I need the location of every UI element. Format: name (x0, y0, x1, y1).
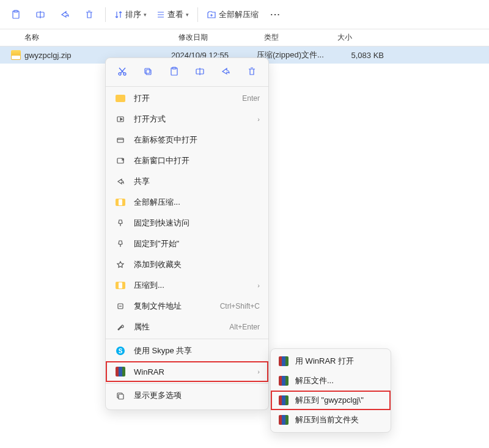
winrar-submenu: 用 WinRAR 打开 解压文件... 解压到 "gwyzpclgj\" 解压到… (270, 348, 391, 433)
view-icon (156, 10, 165, 19)
separator (105, 7, 106, 22)
context-menu: 打开 Enter 打开方式 › 在新标签页中打开 在新窗口中打开 共享 全部解压… (105, 57, 269, 410)
sort-icon (114, 10, 123, 19)
separator (106, 86, 268, 87)
copy-path-icon (114, 302, 127, 310)
svg-rect-15 (119, 394, 123, 399)
share-icon (114, 177, 127, 186)
tab-icon (114, 136, 127, 144)
separator (106, 339, 268, 339)
extract-icon (207, 10, 216, 20)
zip-file-icon (11, 50, 21, 60)
menu-pin-quick[interactable]: 固定到快速访问 (106, 213, 268, 233)
header-type[interactable]: 类型 (257, 32, 330, 43)
svg-rect-11 (117, 138, 123, 142)
chevron-right-icon: › (257, 116, 260, 123)
menu-open-new-tab[interactable]: 在新标签页中打开 (106, 130, 268, 150)
header-name[interactable]: 名称 (0, 32, 171, 43)
sort-button[interactable]: 排序 ▾ (111, 4, 150, 26)
view-label: 查看 (167, 9, 183, 20)
menu-pin-start[interactable]: 固定到"开始" (106, 233, 268, 254)
folder-icon (114, 95, 127, 102)
menu-extract-all[interactable]: 全部解压缩... (106, 192, 268, 213)
more-icon[interactable]: ··· (265, 4, 287, 26)
sort-label: 排序 (125, 9, 141, 20)
chevron-down-icon: ▾ (144, 12, 147, 18)
chevron-right-icon: › (257, 368, 260, 375)
column-headers: 名称 修改日期 类型 大小 (0, 29, 489, 46)
chevron-right-icon: › (257, 282, 260, 289)
open-with-icon (114, 115, 127, 123)
header-date[interactable]: 修改日期 (171, 32, 257, 43)
file-size: 5,083 KB (330, 51, 391, 60)
separator (197, 7, 198, 22)
rename-icon[interactable] (29, 4, 51, 26)
more-options-icon (114, 391, 127, 400)
pin-icon (114, 219, 127, 227)
view-button[interactable]: 查看 ▾ (153, 4, 193, 26)
svg-rect-6 (146, 70, 151, 75)
winrar-icon (278, 376, 289, 386)
window-icon (114, 156, 127, 165)
winrar-icon (114, 367, 127, 376)
paste-icon[interactable] (163, 61, 185, 83)
submenu-extract-to-folder[interactable]: 解压到 "gwyzpclgj\" (271, 391, 391, 410)
delete-icon[interactable] (78, 4, 100, 26)
header-size[interactable]: 大小 (330, 32, 391, 43)
menu-copy-path[interactable]: 复制文件地址 Ctrl+Shift+C (106, 296, 268, 317)
menu-winrar[interactable]: WinRAR › (106, 361, 268, 382)
submenu-extract-here[interactable]: 解压到当前文件夹 (271, 410, 391, 430)
paste-icon[interactable] (5, 4, 27, 26)
menu-open-new-window[interactable]: 在新窗口中打开 (106, 150, 268, 171)
svg-point-4 (123, 73, 126, 75)
star-icon (114, 260, 127, 269)
menu-open-with[interactable]: 打开方式 › (106, 109, 268, 130)
menu-compress[interactable]: 压缩到... › (106, 275, 268, 296)
chevron-down-icon: ▾ (186, 12, 189, 18)
share-icon[interactable] (54, 4, 76, 26)
separator (106, 383, 268, 384)
winrar-icon (278, 356, 289, 366)
extract-all-label: 全部解压缩 (219, 9, 259, 20)
rename-icon[interactable] (189, 61, 211, 83)
svg-point-3 (119, 73, 121, 75)
copy-icon[interactable] (137, 61, 159, 83)
menu-open[interactable]: 打开 Enter (106, 88, 268, 109)
menu-properties[interactable]: 属性 Alt+Enter (106, 317, 268, 337)
menu-show-more[interactable]: 显示更多选项 (106, 385, 268, 406)
submenu-extract-files[interactable]: 解压文件... (271, 371, 391, 391)
skype-icon: S (114, 347, 127, 355)
extract-icon (114, 199, 127, 206)
extract-all-button[interactable]: 全部解压缩 (203, 4, 262, 26)
share-icon[interactable] (215, 61, 237, 83)
menu-add-favorite[interactable]: 添加到收藏夹 (106, 254, 268, 275)
compress-icon (114, 282, 127, 289)
winrar-icon (278, 415, 289, 425)
svg-rect-5 (145, 68, 150, 73)
winrar-icon (278, 395, 289, 405)
context-menu-toolbar (106, 58, 268, 85)
main-toolbar: 排序 ▾ 查看 ▾ 全部解压缩 ··· (0, 0, 489, 29)
submenu-open-winrar[interactable]: 用 WinRAR 打开 (271, 351, 391, 371)
delete-icon[interactable] (241, 61, 263, 83)
menu-share[interactable]: 共享 (106, 171, 268, 192)
wrench-icon (114, 323, 127, 331)
cut-icon[interactable] (111, 61, 133, 83)
pin-icon (114, 240, 127, 248)
menu-skype[interactable]: S 使用 Skype 共享 (106, 340, 268, 361)
